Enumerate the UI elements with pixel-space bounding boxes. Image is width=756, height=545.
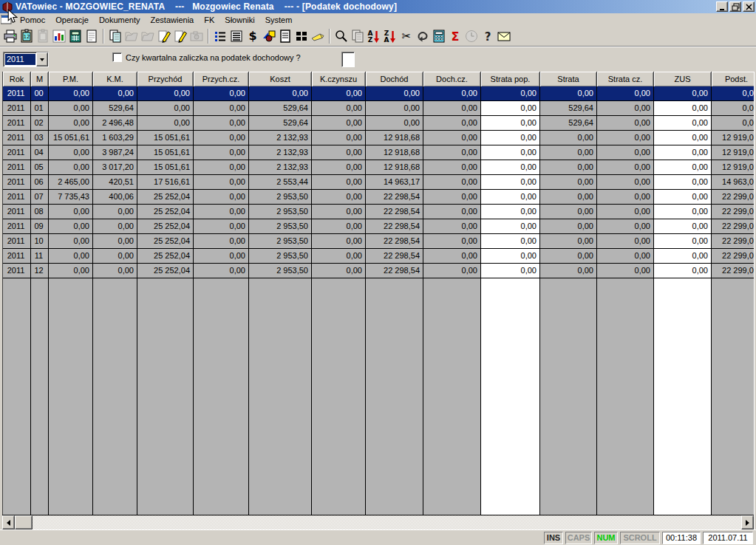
table-row-month-05[interactable]: 2011050,003 017,2015 051,610,002 132,930… (3, 160, 754, 175)
calendar-icon[interactable]: 12 (18, 28, 35, 44)
help-icon[interactable]: ? (480, 28, 496, 44)
restore-button[interactable] (729, 1, 741, 12)
quarterly-advance-label: Czy kwartalna zaliczka na podatek dochod… (126, 53, 301, 62)
grid-cell: 22 299,00 (712, 219, 754, 233)
grid-filler-column (540, 278, 597, 515)
quarterly-advance-checkbox[interactable] (112, 52, 122, 62)
bar-chart-icon[interactable] (51, 28, 67, 44)
column-header-p-m-[interactable]: P.M. (49, 72, 93, 86)
close-button[interactable] (743, 1, 755, 12)
scroll-left-button[interactable] (2, 515, 15, 529)
menu-item-dokumenty[interactable]: Dokumenty (94, 14, 146, 26)
grid-cell: 2 953,50 (249, 264, 312, 278)
search-icon[interactable] (333, 28, 350, 44)
calculator-icon[interactable] (431, 28, 447, 44)
folder-open-icon (123, 28, 140, 44)
column-header-doch-cz-[interactable]: Doch.cz. (423, 72, 481, 86)
grid-cell: 2011 (3, 219, 31, 233)
shapes-icon[interactable] (261, 28, 277, 44)
scrollbar-track[interactable] (33, 515, 741, 529)
column-header-zus[interactable]: ZUS (654, 72, 712, 86)
cut-icon[interactable]: ✂ (398, 28, 415, 44)
horizontal-scrollbar[interactable] (2, 515, 754, 529)
grid-filler-column (312, 278, 366, 515)
grid-cell: 0,00 (194, 219, 249, 233)
column-header-strata-cz-[interactable]: Strata cz. (597, 72, 654, 86)
bullet-list-icon[interactable] (212, 28, 228, 44)
scroll-right-button[interactable] (741, 515, 754, 529)
small-edit-field[interactable] (341, 52, 355, 67)
document-icon[interactable] (84, 28, 100, 44)
grid-cell: 2011 (3, 264, 31, 278)
grid-cell: 0,00 (654, 190, 712, 204)
spreadsheet-icon[interactable] (67, 28, 84, 44)
table-row-month-07[interactable]: 2011077 735,43400,0625 252,040,002 953,5… (3, 190, 754, 205)
column-header-strata[interactable]: Strata (540, 72, 597, 86)
menu-item-s-owniki[interactable]: Słowniki (219, 14, 259, 26)
grid-cell: 09 (31, 219, 49, 233)
column-header-k-czynszu[interactable]: K.czynszu (312, 72, 366, 86)
column-header-koszt[interactable]: Koszt (249, 72, 312, 86)
dollar-icon[interactable]: $ (245, 28, 261, 44)
mail-icon[interactable] (496, 28, 512, 44)
sort-za-icon[interactable]: ZA (382, 28, 398, 44)
menu-item-operacje[interactable]: Operacje (50, 14, 94, 26)
grid-cell: 0,00 (93, 264, 137, 278)
svg-text:12: 12 (24, 34, 30, 40)
menu-item-pomoc[interactable]: Pomoc (15, 14, 50, 26)
sort-az-icon[interactable]: AZ (366, 28, 382, 44)
column-header-rok[interactable]: Rok (3, 72, 31, 86)
grid-filler-column (654, 278, 712, 515)
table-row-month-06[interactable]: 2011062 465,00420,5117 516,610,002 553,4… (3, 175, 754, 190)
table-row-month-00[interactable]: 2011000,000,000,000,000,000,000,000,000,… (3, 86, 754, 101)
menu-item-fk[interactable]: FK (199, 14, 219, 26)
grid-cell: 0,00 (423, 116, 481, 130)
menu-item-zestawienia[interactable]: Zestawienia (146, 14, 200, 26)
column-header-k-m-[interactable]: K.M. (93, 72, 137, 86)
column-header-podst-[interactable]: Podst. (712, 72, 754, 86)
table-row-month-09[interactable]: 2011090,000,0025 252,040,002 953,500,002… (3, 219, 754, 234)
table-row-month-01[interactable]: 2011010,00529,640,000,00529,640,000,000,… (3, 101, 754, 116)
lined-document-icon[interactable] (228, 28, 245, 44)
edit-pencil-2-icon[interactable] (172, 28, 188, 44)
grid-cell: 2 553,44 (249, 175, 312, 189)
table-row-month-03[interactable]: 20110315 051,611 603,2915 051,610,002 13… (3, 131, 754, 145)
grid-cell: 0,00 (49, 264, 93, 278)
status-date: 2011.07.11 (703, 532, 753, 544)
column-header-przychód[interactable]: Przychód (137, 72, 194, 86)
svg-text:A: A (384, 36, 389, 44)
scrollbar-thumb[interactable] (15, 515, 33, 529)
table-row-month-12[interactable]: 2011120,000,0025 252,040,002 953,500,002… (3, 264, 754, 278)
report-document-icon[interactable] (277, 28, 293, 44)
highlighter-icon[interactable] (310, 28, 326, 44)
blocks-icon[interactable] (293, 28, 310, 44)
edit-pencil-icon[interactable] (156, 28, 172, 44)
column-header-dochód[interactable]: Dochód (366, 72, 423, 86)
table-row-month-11[interactable]: 2011110,000,0025 252,040,002 953,500,002… (3, 249, 754, 264)
grid-cell: 0,00 (597, 145, 654, 160)
combo-drop-button[interactable] (36, 52, 48, 66)
svg-text:?: ? (485, 30, 491, 44)
indicator-num: NUM (594, 532, 618, 544)
grid-cell: 0,00 (194, 264, 249, 278)
table-row-month-02[interactable]: 2011020,002 496,480,000,00529,640,000,00… (3, 116, 754, 131)
grid-cell: 14 963,00 (712, 175, 754, 189)
print-icon[interactable] (2, 28, 18, 44)
copy-icon[interactable] (107, 28, 123, 44)
column-header-przych-cz-[interactable]: Przych.cz. (194, 72, 249, 86)
loop-icon[interactable] (415, 28, 431, 44)
table-row-month-10[interactable]: 2011100,000,0025 252,040,002 953,500,002… (3, 234, 754, 249)
grid-cell: 0,00 (137, 116, 194, 130)
grid-cell: 0,00 (194, 116, 249, 130)
menu-item-system[interactable]: System (260, 14, 298, 26)
table-row-month-08[interactable]: 2011080,000,0025 252,040,002 953,500,002… (3, 205, 754, 219)
year-combobox[interactable]: 2011 (3, 52, 49, 67)
column-header-m[interactable]: M (31, 72, 49, 86)
table-row-month-04[interactable]: 2011040,003 987,2415 051,610,002 132,930… (3, 145, 754, 160)
grid-cell: 25 252,04 (137, 249, 194, 263)
column-header-strata-pop-[interactable]: Strata pop. (481, 72, 540, 86)
minimize-button[interactable] (716, 1, 728, 12)
grid-cell: 0,00 (93, 249, 137, 263)
sigma-icon[interactable]: Σ (447, 28, 463, 44)
grid-cell: 22 299,00 (712, 249, 754, 263)
